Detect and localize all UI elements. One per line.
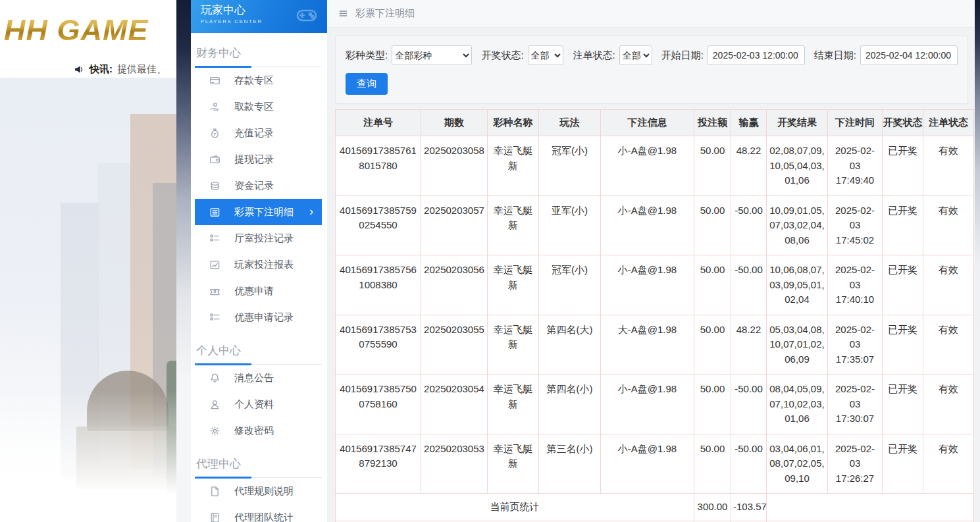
hamburger-menu-icon[interactable] bbox=[338, 9, 349, 18]
sidebar-item-label: 代理团队统计 bbox=[234, 511, 294, 522]
end-date-label: 结束日期: bbox=[814, 49, 856, 62]
table-cell: 50.00 bbox=[694, 315, 731, 375]
table-header: 下注时间 bbox=[828, 110, 883, 136]
table-cell: 幸运飞艇新 bbox=[488, 196, 539, 255]
summary-bet-total: 300.00 bbox=[694, 494, 731, 521]
sidebar-item-label: 消息公告 bbox=[234, 372, 274, 384]
table-cell: 小-A盘@1.98 bbox=[601, 434, 694, 494]
table-cell: -50.00 bbox=[731, 196, 767, 255]
user-icon bbox=[209, 399, 220, 410]
sidebar-item-label: 充值记录 bbox=[234, 127, 274, 140]
table-cell: 第四名(小) bbox=[539, 375, 601, 434]
sidebar-item-label: 代理规则说明 bbox=[234, 485, 294, 498]
left-panel: HH GAME 快讯: 提供最佳、 bbox=[0, 0, 176, 522]
table-cell: 50.00 bbox=[694, 434, 731, 494]
table-cell: 大-A盘@1.98 bbox=[601, 315, 694, 375]
sidebar-item-recharge-records[interactable]: 充值记录 bbox=[195, 120, 322, 146]
sidebar-item-label: 优惠申请 bbox=[234, 285, 274, 298]
table-cell: 有效 bbox=[923, 315, 974, 375]
order-status-select[interactable]: 全部 bbox=[619, 45, 652, 65]
sidebar-item-label: 优惠申请记录 bbox=[234, 311, 294, 324]
table-cell: 小-A盘@1.98 bbox=[601, 196, 694, 255]
table-cell: -50.00 bbox=[731, 375, 767, 434]
table-cell: 有效 bbox=[923, 375, 974, 434]
table-cell: 幸运飞艇新 bbox=[488, 375, 539, 434]
sidebar: 玩家中心 PLAYERS CENTER 财务中心存款专区取款专区充值记录提现记录… bbox=[191, 0, 327, 522]
summary-label: 当前页统计 bbox=[336, 494, 694, 521]
sidebar-header: 玩家中心 PLAYERS CENTER bbox=[191, 0, 327, 33]
draw-status-label: 开奖状态: bbox=[481, 49, 523, 62]
table-cell: 小-A盘@1.98 bbox=[601, 136, 694, 196]
table-cell: 2025-02-03 17:45:02 bbox=[828, 196, 883, 255]
sidebar-item-promo-apply-records[interactable]: 优惠申请记录 bbox=[195, 304, 322, 330]
table-cell: -50.00 bbox=[731, 434, 767, 494]
table-cell: 有效 bbox=[923, 255, 974, 315]
end-date-input[interactable] bbox=[860, 45, 958, 65]
news-label: 快讯: bbox=[90, 63, 113, 76]
page-title: 彩票下注明细 bbox=[355, 7, 415, 20]
table-cell: 小-A盘@1.98 bbox=[601, 255, 694, 315]
search-button[interactable]: 查询 bbox=[346, 73, 388, 95]
draw-status-select[interactable]: 全部 bbox=[528, 45, 564, 65]
table-cell: 48.22 bbox=[731, 136, 767, 196]
table-cell: 冠军(小) bbox=[539, 255, 601, 315]
section-title: 个人中心 bbox=[195, 343, 322, 365]
table-cell: 20250203054 bbox=[421, 375, 488, 434]
table-cell: 03,04,06,01,08,07,02,05,09,10 bbox=[767, 434, 828, 494]
table-header: 投注额 bbox=[694, 110, 731, 136]
sidebar-item-agent-rules[interactable]: 代理规则说明 bbox=[195, 478, 322, 504]
table-cell: 2025-02-03 17:30:07 bbox=[828, 375, 883, 434]
table-cell: 401569173857561008380 bbox=[336, 255, 421, 315]
logo-area: HH GAME bbox=[0, 0, 176, 61]
table-row: 40156917385756100838020250203056幸运飞艇新冠军(… bbox=[336, 255, 974, 315]
filter-panel: 彩种类型: 全部彩种 开奖状态: 全部 注单状态: 全部 开始日期: 结束日期:… bbox=[335, 36, 968, 104]
start-date-input[interactable] bbox=[708, 45, 805, 65]
news-marquee: 快讯: 提供最佳、 bbox=[0, 61, 176, 78]
sidebar-item-profile[interactable]: 个人资料 bbox=[195, 391, 322, 417]
table-cell: 幸运飞艇新 bbox=[488, 434, 539, 494]
table-header: 开奖状态 bbox=[883, 110, 923, 136]
table-cell: 48.22 bbox=[731, 315, 767, 375]
sidebar-item-player-bet-report[interactable]: 玩家投注报表 bbox=[195, 251, 322, 278]
sidebar-item-funds-records[interactable]: 资金记录 bbox=[195, 172, 322, 199]
table-cell: 幸运飞艇新 bbox=[488, 255, 539, 315]
table-cell: 第三名(小) bbox=[539, 434, 601, 494]
table-cell: 20250203053 bbox=[421, 434, 488, 494]
chevron-right-icon: › bbox=[309, 205, 313, 217]
table-cell: 401569173857530755590 bbox=[336, 315, 421, 375]
table-cell: 2025-02-03 17:35:07 bbox=[828, 315, 883, 375]
table-cell: 幸运飞艇新 bbox=[488, 136, 539, 196]
sidebar-item-deposit-zone[interactable]: 存款专区 bbox=[195, 67, 322, 93]
table-header: 注单号 bbox=[336, 110, 421, 136]
document-icon bbox=[209, 486, 220, 497]
table-cell: 2025-02-03 17:26:27 bbox=[828, 434, 883, 494]
sidebar-item-label: 彩票下注明细 bbox=[234, 206, 294, 219]
sidebar-item-withdraw-records[interactable]: 提现记录 bbox=[195, 146, 322, 172]
sidebar-item-promo-apply[interactable]: 优惠申请 bbox=[195, 278, 322, 304]
table-cell: 50.00 bbox=[694, 196, 731, 255]
lottery-type-select[interactable]: 全部彩种 bbox=[392, 45, 472, 65]
sidebar-item-notices[interactable]: 消息公告 bbox=[195, 365, 322, 391]
order-status-label: 注单状态: bbox=[573, 49, 615, 62]
table-cell: 401569173857500758160 bbox=[336, 375, 421, 434]
table-cell: 第四名(大) bbox=[539, 315, 601, 375]
sidebar-item-label: 厅室投注记录 bbox=[234, 232, 294, 245]
table-header: 注单状态 bbox=[923, 110, 974, 136]
sidebar-item-hall-bet-records[interactable]: 厅室投注记录 bbox=[195, 225, 322, 251]
table-cell: 已开奖 bbox=[883, 315, 923, 375]
sidebar-menu: 财务中心存款专区取款专区充值记录提现记录资金记录彩票下注明细›厅室投注记录玩家投… bbox=[191, 45, 327, 522]
wallet-icon bbox=[209, 154, 220, 165]
table-cell: 2025-02-03 17:49:40 bbox=[828, 136, 883, 196]
sidebar-item-agent-team-stats[interactable]: 代理团队统计 bbox=[195, 504, 322, 522]
table-row: 40156917385761801578020250203058幸运飞艇新冠军(… bbox=[336, 136, 974, 196]
table-cell: 已开奖 bbox=[883, 136, 923, 196]
table-cell: 10,09,01,05,07,03,02,04,08,06 bbox=[767, 196, 828, 255]
sidebar-item-lottery-bet-details[interactable]: 彩票下注明细› bbox=[195, 199, 322, 225]
list-check-icon bbox=[209, 312, 220, 323]
table-cell: 02,08,07,09,10,05,04,03,01,06 bbox=[767, 136, 828, 196]
table-cell: 50.00 bbox=[694, 136, 731, 196]
sidebar-item-withdraw-zone[interactable]: 取款专区 bbox=[195, 93, 322, 120]
hh-game-logo: HH GAME bbox=[4, 13, 149, 47]
city-background-image bbox=[0, 78, 176, 522]
sidebar-item-change-password[interactable]: 修改密码 bbox=[195, 417, 322, 444]
